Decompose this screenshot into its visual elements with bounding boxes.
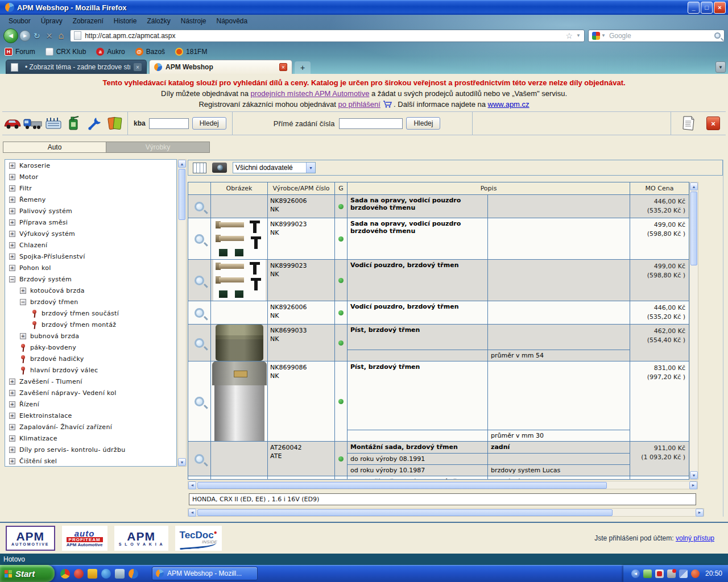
tree-toggle-icon[interactable]	[9, 185, 15, 192]
menu-item[interactable]: Historie	[109, 16, 142, 26]
tab-apm-webshop[interactable]: APM Webshop ×	[149, 60, 292, 74]
tab-forum-thread[interactable]: • Zobrazit téma - zadne brzdove strme...…	[6, 60, 147, 74]
scroll-up-icon[interactable]: ▲	[178, 160, 186, 168]
scrollbar-thumb[interactable]	[197, 509, 613, 516]
tree-item[interactable]: Pohon kol	[5, 262, 176, 273]
product-row[interactable]: NK8999023 NK Vodicí pouzdro, brzdový třm…	[188, 260, 689, 301]
wrench-catalog-icon[interactable]	[84, 114, 105, 133]
mail-tray-icon[interactable]	[643, 569, 652, 578]
tree-item[interactable]: Spojka-Příslušenství	[5, 251, 176, 262]
table-view-icon[interactable]	[193, 163, 206, 173]
account-link[interactable]: volný přístup	[676, 534, 714, 542]
scroll-down-icon[interactable]: ▼	[178, 458, 186, 466]
product-row[interactable]: NK8926006 NK Vodicí pouzdro, brzdový třm…	[188, 301, 689, 325]
url-text[interactable]: http://cat.apm.cz/apmcat.aspx	[85, 32, 565, 40]
tree-toggle-icon[interactable]	[9, 265, 15, 271]
zoom-product-icon[interactable]	[195, 276, 204, 285]
bookmark-star-icon[interactable]: ☆	[566, 31, 573, 40]
tree-toggle-icon[interactable]	[9, 390, 15, 396]
tree-toggle-icon[interactable]	[9, 401, 15, 408]
product-row[interactable]: NK8699033 NK Píst, brzdový třmen	[188, 325, 689, 361]
tab-auto[interactable]: Auto	[3, 142, 106, 153]
tree-toggle-icon[interactable]	[20, 333, 26, 339]
zoom-product-icon[interactable]	[195, 308, 204, 318]
tree-toggle-icon[interactable]	[20, 355, 26, 363]
menu-item[interactable]: Nástroje	[176, 16, 212, 26]
tree-toggle-icon[interactable]	[9, 197, 15, 203]
tree-toggle-icon[interactable]	[9, 435, 15, 442]
tree-item[interactable]: hlavní brzdový válec	[5, 364, 176, 376]
tree-item[interactable]: Zavěšení nápravy- Vedení kol	[5, 387, 176, 398]
menu-item[interactable]: Nápověda	[211, 16, 253, 26]
opera-tray-icon[interactable]	[691, 569, 700, 578]
tree-toggle-icon[interactable]	[9, 447, 15, 453]
tree-toggle-icon[interactable]	[9, 253, 15, 260]
tree-item[interactable]: Zapalování- Žhavící zařízení	[5, 421, 176, 433]
table-horizontal-scrollbar[interactable]: ◄ ►	[188, 481, 698, 489]
tree-item[interactable]: Palivový systém	[5, 205, 176, 217]
tree-item[interactable]: Karoserie	[5, 160, 176, 171]
sales-locations-link[interactable]: prodejních místech APM Automotive	[251, 89, 370, 98]
zoom-product-icon[interactable]	[195, 397, 204, 406]
car-catalog-icon[interactable]	[2, 114, 23, 133]
tree-toggle-icon[interactable]	[20, 366, 26, 375]
table-scrollbar[interactable]: ▲ ▼	[689, 182, 698, 480]
tree-item[interactable]: Zavěšení - Tlumení	[5, 376, 176, 387]
menu-item[interactable]: Zobrazení	[68, 16, 109, 26]
menu-item[interactable]: Záložky	[142, 16, 175, 26]
truck-catalog-icon[interactable]	[23, 114, 43, 133]
tree-toggle-icon[interactable]	[31, 309, 38, 318]
notes-icon[interactable]	[678, 114, 698, 133]
opera-icon[interactable]	[74, 569, 84, 579]
tree-item[interactable]: Řemeny	[5, 194, 176, 205]
bookmark-item[interactable]: H Forum	[5, 48, 35, 56]
documents-catalog-icon[interactable]	[105, 114, 125, 133]
chrome-icon[interactable]	[60, 569, 70, 579]
tray-chevron-icon[interactable]: ◄	[631, 569, 640, 578]
tree-toggle-icon[interactable]	[9, 231, 15, 237]
tree-toggle-icon[interactable]	[31, 321, 38, 329]
close-catalog-button[interactable]: ×	[706, 117, 720, 130]
tree-toggle-icon[interactable]	[9, 163, 15, 169]
bookmark-item[interactable]: CRX Klub	[46, 48, 86, 56]
tree-item[interactable]: Filtr	[5, 182, 176, 194]
new-tab-button[interactable]: +	[295, 61, 311, 74]
minimize-button[interactable]: _	[688, 2, 700, 14]
bookmark-item[interactable]: a Aukro	[96, 48, 125, 56]
tree-item[interactable]: brzdový třmen součástí	[5, 307, 176, 319]
tab-close-icon[interactable]: ×	[279, 63, 287, 71]
scroll-right-icon[interactable]: ►	[696, 509, 704, 517]
tree-item[interactable]: brzdové hadičky	[5, 353, 176, 364]
tree-toggle-icon[interactable]	[20, 288, 26, 294]
ie-icon[interactable]	[101, 569, 111, 579]
tree-toggle-icon[interactable]	[9, 208, 15, 214]
direct-number-input[interactable]	[339, 118, 403, 129]
photo-view-icon[interactable]	[212, 163, 227, 173]
start-button[interactable]: Start	[0, 565, 55, 582]
login-link[interactable]: po přihlášení	[338, 100, 380, 109]
forward-button[interactable]: ►	[19, 30, 31, 41]
stop-button[interactable]: ✕	[46, 31, 53, 40]
tree-toggle-icon[interactable]	[20, 343, 26, 352]
tree-item[interactable]: Výfukový systém	[5, 228, 176, 239]
tree-toggle-icon[interactable]	[9, 174, 15, 180]
scrollbar-thumb[interactable]	[690, 192, 697, 265]
scroll-up-icon[interactable]: ▲	[690, 182, 698, 190]
firefox-icon[interactable]	[129, 569, 138, 579]
adobe-tray-icon[interactable]	[655, 569, 664, 578]
menu-item[interactable]: Úpravy	[36, 16, 68, 26]
close-button[interactable]: ×	[714, 2, 726, 14]
tab-close-icon[interactable]: ×	[134, 63, 142, 71]
tree-item[interactable]: kotoučová brzda	[5, 285, 176, 296]
tree-item[interactable]: Klimatizace	[5, 433, 176, 444]
kba-search-button[interactable]: Hledej	[192, 117, 226, 130]
kba-input[interactable]	[149, 118, 189, 129]
home-button[interactable]: ⌂	[58, 31, 64, 41]
tree-toggle-icon[interactable]	[9, 424, 15, 430]
update-tray-icon[interactable]	[667, 569, 676, 578]
tree-item[interactable]: Řízení	[5, 398, 176, 410]
zoom-product-icon[interactable]	[195, 202, 204, 211]
scrollbar-thumb[interactable]	[179, 169, 185, 220]
scroll-left-icon[interactable]: ◄	[188, 481, 196, 489]
url-bar[interactable]: http://cat.apm.cz/apmcat.aspx ☆ ▼	[70, 30, 585, 42]
